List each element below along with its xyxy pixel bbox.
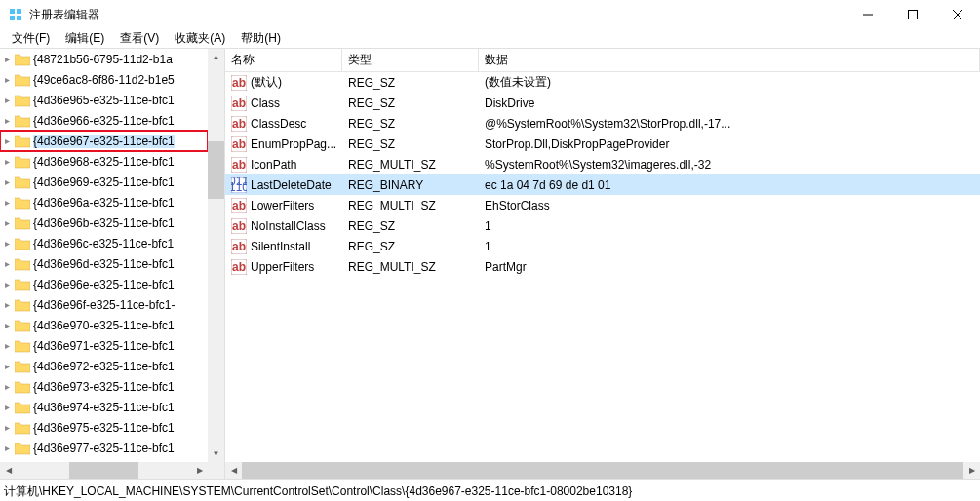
tree-item[interactable]: ▸{4d36e96f-e325-11ce-bfc1- [0,294,208,315]
tree-item[interactable]: ▸{4d36e96a-e325-11ce-bfc1 [0,192,208,212]
list-row[interactable]: ClassREG_SZDiskDrive [225,93,980,113]
expand-icon[interactable]: ▸ [0,381,15,392]
folder-icon [15,421,30,435]
column-data-header[interactable]: 数据 [479,49,980,71]
list-row[interactable]: UpperFiltersREG_MULTI_SZPartMgr [225,256,980,277]
list-row[interactable]: NoInstallClassREG_SZ1 [225,215,980,236]
expand-icon[interactable]: ▸ [0,340,15,351]
tree-item-label: {49ce6ac8-6f86-11d2-b1e5 [33,73,175,87]
folder-icon [15,155,30,169]
expand-icon[interactable]: ▸ [0,443,15,453]
expand-icon[interactable]: ▸ [0,176,15,187]
string-value-icon [231,116,247,132]
scroll-left-button[interactable]: ◀ [0,462,17,479]
menu-file[interactable]: 文件(F) [4,28,58,49]
tree-item[interactable]: ▸{4d36e977-e325-11ce-bfc1 [0,438,208,458]
scroll-right-button[interactable]: ▶ [191,462,208,479]
list-row[interactable]: IconPathREG_MULTI_SZ%SystemRoot%\System3… [225,154,980,174]
expand-icon[interactable]: ▸ [0,115,15,126]
folder-icon [15,278,30,291]
menu-help[interactable]: 帮助(H) [233,28,289,49]
value-name: SilentInstall [251,240,310,253]
regedit-icon [8,7,23,22]
folder-icon [15,53,30,66]
tree-vertical-scrollbar[interactable]: ▲ ▼ [208,49,224,462]
expand-icon[interactable]: ▸ [0,402,15,412]
value-type: REG_BINARY [342,178,479,192]
tree-item[interactable]: ▸{4d36e972-e325-11ce-bfc1 [0,356,208,376]
list-row[interactable]: LowerFiltersREG_MULTI_SZEhStorClass [225,195,980,215]
list-horizontal-scrollbar[interactable]: ◀ ▶ [225,462,980,479]
menu-favorites[interactable]: 收藏夹(A) [167,28,233,49]
scroll-right-button[interactable]: ▶ [963,462,980,479]
tree-item-label: {4d36e96d-e325-11ce-bfc1 [33,257,175,271]
scroll-down-button[interactable]: ▼ [208,445,224,462]
scroll-thumb[interactable] [208,141,224,199]
scroll-left-button[interactable]: ◀ [225,462,242,479]
list-row[interactable]: ClassDescREG_SZ@%SystemRoot%\System32\St… [225,113,980,134]
value-data: EhStorClass [479,199,980,212]
expand-icon[interactable]: ▸ [0,95,15,105]
tree-item[interactable]: ▸{4d36e970-e325-11ce-bfc1 [0,315,208,335]
value-type: REG_SZ [342,117,479,131]
tree-item[interactable]: ▸{4d36e965-e325-11ce-bfc1 [0,90,208,110]
folder-icon [15,380,30,394]
value-data: PartMgr [479,260,980,274]
tree-horizontal-scrollbar[interactable]: ◀ ▶ [0,462,208,479]
scroll-thumb[interactable] [242,462,963,479]
expand-icon[interactable]: ▸ [0,197,15,208]
tree-content[interactable]: ▸{48721b56-6795-11d2-b1a▸{49ce6ac8-6f86-… [0,49,208,462]
tree-item[interactable]: ▸{4d36e96b-e325-11ce-bfc1 [0,212,208,233]
expand-icon[interactable]: ▸ [0,217,15,228]
list-row[interactable]: EnumPropPag...REG_SZStorProp.Dll,DiskPro… [225,134,980,154]
menu-edit[interactable]: 编辑(E) [58,28,112,49]
list-row[interactable]: (默认)REG_SZ(数值未设置) [225,72,980,93]
folder-icon [15,401,30,414]
tree-item[interactable]: ▸{4d36e966-e325-11ce-bfc1 [0,110,208,131]
expand-icon[interactable]: ▸ [0,422,15,433]
column-type-header[interactable]: 类型 [342,49,479,71]
expand-icon[interactable]: ▸ [0,361,15,371]
scroll-up-button[interactable]: ▲ [208,49,224,65]
list-row[interactable]: LastDeleteDateREG_BINARYec 1a 04 7d 69 d… [225,174,980,195]
expand-icon[interactable]: ▸ [0,279,15,289]
tree-item[interactable]: ▸{4d36e96c-e325-11ce-bfc1 [0,233,208,253]
tree-item[interactable]: ▸{4d36e973-e325-11ce-bfc1 [0,376,208,397]
folder-icon [15,196,30,210]
expand-icon[interactable]: ▸ [0,135,15,146]
minimize-button[interactable] [845,0,890,29]
close-button[interactable] [935,0,980,29]
tree-item[interactable]: ▸{48721b56-6795-11d2-b1a [0,49,208,69]
menu-view[interactable]: 查看(V) [112,28,167,49]
expand-icon[interactable]: ▸ [0,258,15,269]
tree-item[interactable]: ▸{4d36e968-e325-11ce-bfc1 [0,151,208,172]
tree-item[interactable]: ▸{4d36e969-e325-11ce-bfc1 [0,172,208,192]
value-type: REG_MULTI_SZ [342,158,479,172]
value-type: REG_MULTI_SZ [342,199,479,212]
folder-icon [15,73,30,87]
expand-icon[interactable]: ▸ [0,156,15,167]
tree-item[interactable]: ▸{4d36e967-e325-11ce-bfc1 [0,131,208,151]
tree-item[interactable]: ▸{4d36e975-e325-11ce-bfc1 [0,417,208,438]
value-data: StorProp.Dll,DiskPropPageProvider [479,137,980,151]
tree-item[interactable]: ▸{4d36e96e-e325-11ce-bfc1 [0,274,208,294]
expand-icon[interactable]: ▸ [0,74,15,85]
list-row[interactable]: SilentInstallREG_SZ1 [225,236,980,256]
scroll-thumb[interactable] [69,462,139,479]
expand-icon[interactable]: ▸ [0,238,15,249]
list-body[interactable]: (默认)REG_SZ(数值未设置)ClassREG_SZDiskDriveCla… [225,72,980,462]
tree-item[interactable]: ▸{4d36e971-e325-11ce-bfc1 [0,335,208,356]
tree-item-label: {4d36e96b-e325-11ce-bfc1 [33,216,175,230]
value-name: NoInstallClass [251,219,326,233]
expand-icon[interactable]: ▸ [0,54,15,64]
column-name-header[interactable]: 名称 [225,49,342,71]
tree-item[interactable]: ▸{4d36e96d-e325-11ce-bfc1 [0,253,208,274]
value-data: (数值未设置) [479,74,980,91]
tree-pane: ▸{48721b56-6795-11d2-b1a▸{49ce6ac8-6f86-… [0,49,225,479]
value-name: Class [251,96,280,110]
expand-icon[interactable]: ▸ [0,299,15,310]
maximize-button[interactable] [890,0,935,29]
tree-item[interactable]: ▸{4d36e974-e325-11ce-bfc1 [0,397,208,417]
tree-item[interactable]: ▸{49ce6ac8-6f86-11d2-b1e5 [0,69,208,90]
expand-icon[interactable]: ▸ [0,320,15,330]
